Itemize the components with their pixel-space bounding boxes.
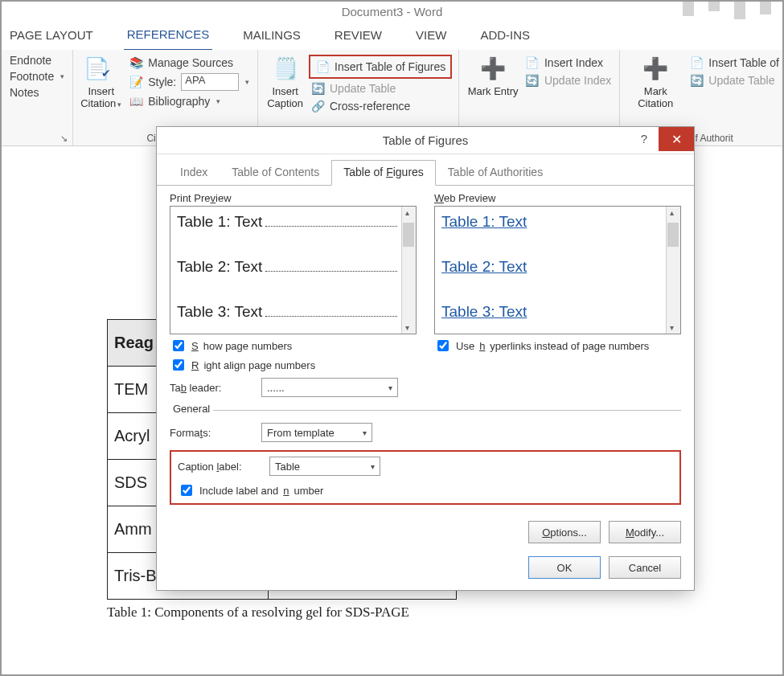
insert-table-of-authorities-button[interactable]: 📄Insert Table of — [688, 55, 781, 71]
ok-button[interactable]: OK — [528, 556, 601, 579]
insert-endnote-button[interactable]: Endnote — [8, 53, 66, 68]
style-icon: 📝 — [129, 75, 143, 89]
mark-citation-icon: ➕ — [642, 55, 669, 82]
mark-entry-icon: ➕ — [479, 55, 507, 82]
chevron-down-icon: ▾ — [363, 428, 367, 437]
dialog-help-button[interactable]: ? — [633, 132, 655, 151]
show-page-numbers-checkbox[interactable]: Show page numbers — [170, 338, 417, 354]
caption-icon: 🗒️ — [272, 55, 299, 82]
tab-leader-select[interactable]: ......▾ — [261, 378, 398, 397]
dialog-tab-toc[interactable]: Table of Contents — [220, 160, 331, 186]
table-of-figures-dialog: Table of Figures ? ✕ Index Table of Cont… — [156, 126, 695, 591]
right-align-page-numbers-checkbox[interactable]: Right align page numbers — [170, 357, 417, 373]
caption-label-group-highlighted: Caption label: Table▾ Include label and … — [170, 450, 681, 505]
web-preview-link: Table 1: Text — [441, 213, 674, 231]
print-preview-scrollbar[interactable] — [401, 207, 416, 334]
tab-view[interactable]: VIEW — [413, 25, 449, 50]
close-icon: ✕ — [671, 132, 682, 147]
include-label-and-number-checkbox[interactable]: Include label and number — [178, 482, 673, 498]
cross-reference-button[interactable]: 🔗Cross-reference — [309, 98, 452, 114]
dialog-tab-toa[interactable]: Table of Authorities — [436, 160, 555, 186]
web-preview-scrollbar[interactable] — [666, 207, 680, 334]
dialog-close-button[interactable]: ✕ — [659, 127, 694, 151]
tab-add-ins[interactable]: ADD-INS — [477, 25, 533, 50]
formats-select[interactable]: From template▾ — [261, 423, 372, 442]
bibliography-button[interactable]: 📖Bibliography▾ — [127, 93, 251, 109]
tab-review[interactable]: REVIEW — [331, 25, 385, 50]
dialog-title-bar: Table of Figures ? ✕ — [157, 127, 694, 154]
chevron-down-icon: ▾ — [388, 383, 392, 392]
manage-sources-icon: 📚 — [129, 55, 143, 70]
tab-page-layout[interactable]: PAGE LAYOUT — [6, 25, 96, 50]
bibliography-icon: 📖 — [129, 94, 143, 109]
insert-index-button[interactable]: 📄Insert Index — [523, 55, 613, 71]
index-icon: 📄 — [525, 55, 540, 70]
modify-button[interactable]: Modify... — [609, 521, 681, 543]
dialog-tab-index[interactable]: Index — [168, 160, 220, 186]
update-captions-table-button[interactable]: 🔄Update Table — [309, 80, 452, 96]
options-button[interactable]: Options... — [528, 521, 601, 543]
dialog-tab-strip: Index Table of Contents Table of Figures… — [157, 159, 694, 186]
manage-sources-button[interactable]: 📚Manage Sources — [127, 55, 251, 71]
tab-references[interactable]: REFERENCES — [124, 24, 213, 51]
update-index-button[interactable]: 🔄Update Index — [523, 72, 613, 88]
print-preview-box: Table 1: Text1 Table 2: Text3 Table 3: T… — [170, 206, 417, 334]
web-preview-box: Table 1: Text Table 2: Text Table 3: Tex… — [434, 206, 681, 334]
chevron-down-icon: ▾ — [371, 462, 375, 471]
tab-mailings[interactable]: MAILINGS — [240, 25, 304, 50]
update-table-of-authorities-button[interactable]: 🔄Update Table — [688, 72, 781, 88]
toa-icon: 📄 — [689, 55, 704, 70]
update-index-icon: 🔄 — [525, 73, 540, 88]
dialog-title: Table of Figures — [383, 133, 469, 147]
tof-icon: 📄 — [315, 59, 330, 74]
web-preview-link: Table 3: Text — [441, 303, 674, 321]
citation-style-select[interactable]: 📝Style: APA▾ — [127, 72, 251, 92]
general-section-label: General — [170, 403, 213, 415]
update-toa-icon: 🔄 — [689, 73, 704, 88]
citation-icon: 📄✔ — [88, 55, 115, 82]
table-caption: Table 1: Components of a resolving gel f… — [107, 604, 457, 621]
insert-table-of-figures-button[interactable]: 📄Insert Table of Figures — [309, 55, 452, 79]
web-preview-link: Table 2: Text — [441, 258, 674, 276]
insert-citation-button[interactable]: 📄✔ Insert Citation▾ — [80, 53, 122, 144]
update-icon: 🔄 — [310, 81, 325, 96]
formats-label: Formats: — [170, 427, 253, 439]
dialog-tab-tof[interactable]: Table of Figures — [331, 160, 436, 186]
cancel-button[interactable]: Cancel — [609, 556, 681, 579]
web-preview-label: Web Preview — [434, 192, 681, 204]
caption-label-label: Caption label: — [178, 461, 261, 473]
next-footnote-button[interactable]: Footnote▾ — [8, 69, 66, 84]
window-title: Document3 - Word — [2, 5, 782, 18]
crossref-icon: 🔗 — [310, 99, 325, 113]
show-notes-button[interactable]: Notes — [8, 85, 66, 100]
tab-leader-label: Tab leader: — [170, 382, 253, 394]
print-preview-label: Print Preview — [170, 192, 417, 204]
ribbon-tab-strip: PAGE LAYOUT REFERENCES MAILINGS REVIEW V… — [2, 24, 782, 50]
caption-label-select[interactable]: Table▾ — [269, 457, 380, 476]
footnotes-launcher-icon[interactable]: ↘ — [60, 133, 68, 144]
use-hyperlinks-checkbox[interactable]: Use hyperlinks instead of page numbers — [434, 338, 681, 354]
